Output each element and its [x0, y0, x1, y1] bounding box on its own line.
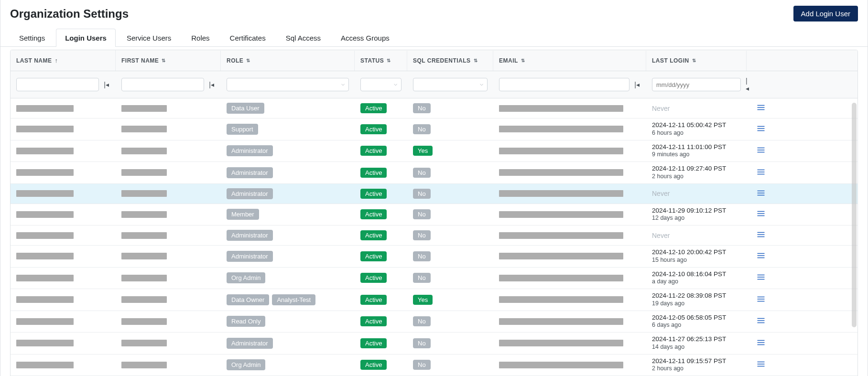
row-actions-menu-icon[interactable]: [757, 252, 765, 260]
filter-role-select[interactable]: [227, 78, 349, 91]
role-chip: Administrator: [227, 167, 273, 178]
tab-sql-access[interactable]: Sql Access: [277, 29, 330, 47]
last-login-ago: 15 hours ago: [652, 257, 726, 264]
table-row[interactable]: AdministratorActiveNoNever: [11, 226, 857, 246]
sql-credentials-badge: Yes: [413, 146, 433, 156]
scrollbar[interactable]: [852, 103, 857, 327]
filter-status-select[interactable]: [360, 78, 401, 91]
redacted-first-name: [121, 296, 167, 303]
col-header-last-name[interactable]: LAST NAME ↑: [11, 50, 116, 71]
filter-email[interactable]: [499, 78, 629, 91]
tab-access-groups[interactable]: Access Groups: [332, 29, 399, 47]
table-row[interactable]: Org AdminActiveNo2024-12-11 09:15:57 PST…: [11, 355, 857, 376]
redacted-first-name: [121, 232, 167, 239]
tab-roles[interactable]: Roles: [182, 29, 218, 47]
redacted-email: [499, 253, 623, 259]
role-chip: Analyst-Test: [272, 294, 315, 305]
row-actions-menu-icon[interactable]: [757, 104, 765, 112]
col-header-last-login[interactable]: LAST LOGIN ⇅: [646, 51, 747, 71]
col-header-role[interactable]: ROLE ⇅: [221, 51, 355, 71]
sql-credentials-badge: No: [413, 209, 431, 219]
filter-reset-icon[interactable]: |◂: [633, 81, 640, 88]
status-badge: Active: [360, 316, 387, 326]
last-login-never: Never: [652, 232, 670, 239]
table-row[interactable]: AdministratorActiveNo2024-11-27 06:25:13…: [11, 333, 857, 355]
filter-sql-select[interactable]: [413, 78, 488, 91]
redacted-first-name: [121, 169, 167, 176]
table-row[interactable]: Data UserActiveNoNever: [11, 98, 857, 118]
col-header-first-name[interactable]: FIRST NAME ⇅: [116, 51, 221, 71]
tab-certificates[interactable]: Certificates: [221, 29, 275, 47]
col-header-email[interactable]: EMAIL ⇅: [493, 51, 646, 71]
row-actions-menu-icon[interactable]: [757, 190, 765, 198]
table-row[interactable]: SupportActiveNo2024-12-11 05:00:42 PST6 …: [11, 118, 857, 140]
row-actions-menu-icon[interactable]: [757, 296, 765, 304]
last-login-timestamp: 2024-12-11 05:00:42 PST: [652, 121, 726, 129]
row-actions-menu-icon[interactable]: [757, 169, 765, 177]
redacted-email: [499, 232, 623, 239]
redacted-last-name: [16, 232, 74, 239]
redacted-last-name: [16, 126, 74, 132]
sql-credentials-badge: No: [413, 168, 431, 178]
row-actions-menu-icon[interactable]: [757, 339, 765, 347]
redacted-first-name: [121, 340, 167, 346]
filter-reset-icon[interactable]: |◂: [103, 81, 110, 88]
table-row[interactable]: AdministratorActiveYes2024-12-11 11:01:0…: [11, 140, 857, 162]
last-login-timestamp: 2024-11-29 09:10:12 PST: [652, 207, 726, 215]
col-header-label: ROLE: [227, 57, 243, 64]
sort-both-icon: ⇅: [521, 58, 525, 63]
table-row[interactable]: Data OwnerAnalyst-TestActiveYes2024-11-2…: [11, 289, 857, 311]
table-row[interactable]: MemberActiveNo2024-11-29 09:10:12 PST12 …: [11, 204, 857, 226]
col-header-sql-credentials[interactable]: SQL CREDENTIALS ⇅: [407, 51, 493, 71]
row-actions-menu-icon[interactable]: [757, 274, 765, 282]
redacted-email: [499, 340, 623, 346]
redacted-last-name: [16, 253, 74, 259]
redacted-first-name: [121, 253, 167, 259]
status-badge: Active: [360, 189, 387, 199]
row-actions-menu-icon[interactable]: [757, 361, 765, 369]
col-header-status[interactable]: STATUS ⇅: [355, 51, 407, 71]
redacted-first-name: [121, 362, 167, 368]
status-badge: Active: [360, 360, 387, 370]
last-login-timestamp: 2024-12-11 11:01:00 PST: [652, 143, 726, 151]
table-row[interactable]: Org AdminActiveNo2024-12-10 08:16:04 PST…: [11, 268, 857, 290]
redacted-last-name: [16, 148, 74, 154]
last-login-never: Never: [652, 105, 670, 112]
col-header-label: FIRST NAME: [121, 57, 159, 64]
last-login-ago: 2 hours ago: [652, 365, 726, 373]
row-actions-menu-icon[interactable]: [757, 231, 765, 239]
role-chip: Org Admin: [227, 359, 265, 370]
sort-both-icon: ⇅: [246, 58, 250, 63]
table-row[interactable]: Read OnlyActiveNo2024-12-05 06:58:05 PST…: [11, 311, 857, 333]
filter-row: |◂ |◂ |◂: [11, 71, 857, 98]
filter-last-login-date[interactable]: [652, 78, 741, 91]
status-badge: Active: [360, 124, 387, 134]
row-actions-menu-icon[interactable]: [757, 125, 765, 133]
last-login-timestamp: 2024-12-05 06:58:05 PST: [652, 314, 726, 322]
row-actions-menu-icon[interactable]: [757, 210, 765, 218]
sql-credentials-badge: No: [413, 273, 431, 283]
redacted-last-name: [16, 105, 74, 112]
redacted-email: [499, 126, 623, 132]
row-actions-menu-icon[interactable]: [757, 317, 765, 325]
redacted-last-name: [16, 211, 74, 218]
sql-credentials-badge: No: [413, 251, 431, 261]
table-row[interactable]: AdministratorActiveNo2024-12-10 20:00:42…: [11, 246, 857, 268]
redacted-last-name: [16, 296, 74, 303]
table-row[interactable]: AdministratorActiveNoNever: [11, 184, 857, 204]
redacted-email: [499, 211, 623, 218]
add-login-user-button[interactable]: Add Login User: [793, 6, 858, 21]
filter-last-name[interactable]: [16, 78, 99, 91]
role-chip: Member: [227, 209, 259, 220]
filter-first-name[interactable]: [121, 78, 204, 91]
last-login-timestamp: 2024-12-11 09:27:40 PST: [652, 165, 726, 173]
filter-reset-icon[interactable]: |◂: [208, 81, 215, 88]
table-row[interactable]: AdministratorActiveNo2024-12-11 09:27:40…: [11, 162, 857, 184]
tab-service-users[interactable]: Service Users: [118, 29, 180, 47]
redacted-email: [499, 318, 623, 325]
tab-login-users[interactable]: Login Users: [56, 29, 116, 47]
row-actions-menu-icon[interactable]: [757, 147, 765, 155]
redacted-first-name: [121, 126, 167, 132]
tab-settings[interactable]: Settings: [10, 29, 54, 47]
col-header-label: LAST LOGIN: [652, 57, 689, 64]
